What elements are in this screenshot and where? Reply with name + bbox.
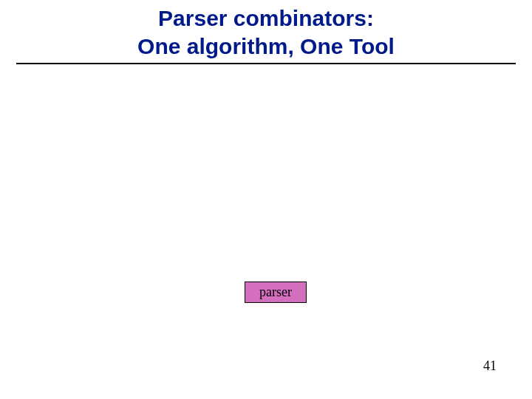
title-line-1: Parser combinators: — [0, 4, 532, 33]
title-line-2: One algorithm, One Tool — [0, 33, 532, 61]
title-block: Parser combinators: One algorithm, One T… — [0, 0, 532, 60]
title-underline — [16, 63, 516, 64]
slide: Parser combinators: One algorithm, One T… — [0, 0, 532, 399]
page-number: 41 — [483, 358, 497, 374]
parser-box: parser — [245, 282, 307, 303]
parser-box-label: parser — [259, 284, 292, 300]
